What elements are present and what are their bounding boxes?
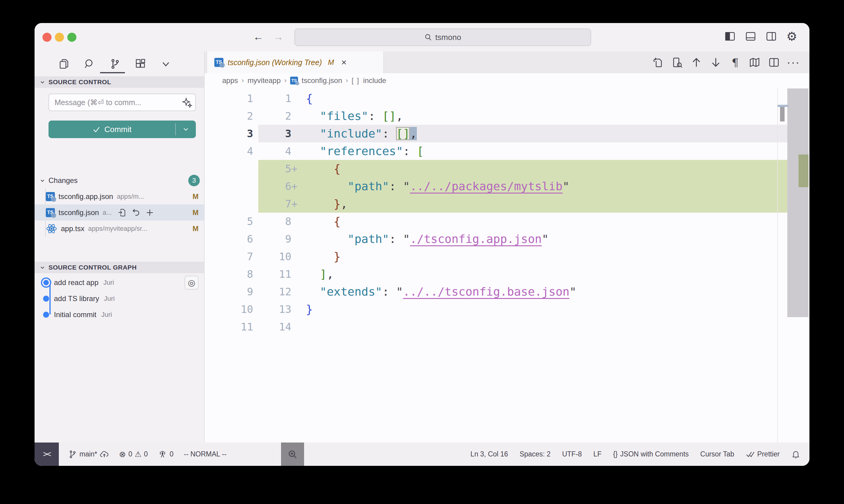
more-actions-icon[interactable]: ··· bbox=[788, 57, 799, 68]
stage-changes-icon[interactable] bbox=[145, 208, 154, 217]
code-line[interactable]: 33 "include": [], bbox=[205, 125, 809, 142]
command-center-search[interactable]: tsmono bbox=[294, 29, 591, 46]
toggle-panel-icon[interactable] bbox=[744, 30, 757, 42]
code-line[interactable]: 22 "files": [], bbox=[205, 107, 809, 125]
tab-close-icon[interactable]: × bbox=[341, 57, 347, 68]
modified-line-number: 4 bbox=[258, 142, 291, 160]
commit-row[interactable]: add react app Juri ◎ bbox=[35, 274, 204, 290]
active-view-underline bbox=[100, 72, 125, 73]
code-text: "extends": "../../tsconfig.base.json" bbox=[291, 283, 576, 301]
commit-message: add TS library bbox=[54, 294, 99, 303]
breadcrumb-apps[interactable]: apps bbox=[222, 76, 238, 85]
code-text: } bbox=[291, 248, 341, 265]
code-line[interactable]: 6+ "path": "../../packages/mytslib" bbox=[205, 178, 809, 195]
zoom-status-item[interactable] bbox=[281, 443, 304, 466]
toggle-whitespace-icon[interactable]: ¶ bbox=[729, 57, 741, 68]
open-file-icon[interactable] bbox=[117, 208, 126, 217]
change-row-tsconfig-json[interactable]: TS⚙ tsconfig.json a... bbox=[35, 204, 204, 220]
open-changes-icon[interactable] bbox=[652, 57, 663, 68]
minimize-traffic-light[interactable] bbox=[55, 33, 64, 42]
notifications-bell-icon[interactable] bbox=[791, 450, 800, 459]
code-line[interactable]: 7+ }, bbox=[205, 195, 809, 213]
change-row-tsconfig-app-json[interactable]: TS⚙ tsconfig.app.json apps/m... M bbox=[35, 188, 204, 204]
code-line[interactable]: 44 "references": [ bbox=[205, 142, 809, 160]
zoom-traffic-light[interactable] bbox=[67, 33, 76, 42]
code-line[interactable]: 811 ], bbox=[205, 265, 809, 283]
eol-item[interactable]: LF bbox=[593, 450, 601, 458]
split-editor-icon[interactable] bbox=[768, 57, 780, 68]
commit-message-input[interactable] bbox=[49, 94, 196, 111]
code-text: "references": [ bbox=[291, 142, 424, 160]
commit-message: add react app bbox=[54, 278, 99, 287]
discard-changes-icon[interactable] bbox=[131, 208, 140, 217]
breadcrumb-myviteapp[interactable]: myviteapp bbox=[247, 76, 280, 85]
language-mode-item[interactable]: {} JSON with Comments bbox=[613, 450, 689, 458]
map-icon[interactable] bbox=[749, 57, 760, 68]
settings-gear-icon[interactable]: ⚙ bbox=[786, 30, 798, 42]
back-arrow-icon[interactable]: ← bbox=[252, 31, 264, 43]
cursor-position-item[interactable]: Ln 3, Col 16 bbox=[470, 450, 508, 458]
commit-dropdown-button[interactable] bbox=[176, 125, 196, 133]
typescript-file-icon: TS⚙ bbox=[46, 192, 55, 201]
problems-status-item[interactable]: ⊗ 0 ⚠ 0 bbox=[119, 449, 148, 459]
toggle-secondary-sidebar-icon[interactable] bbox=[765, 30, 777, 42]
toggle-primary-sidebar-icon[interactable] bbox=[724, 30, 736, 42]
breadcrumb-separator: › bbox=[242, 77, 244, 85]
minimap-border bbox=[777, 88, 778, 443]
source-control-icon[interactable] bbox=[109, 58, 121, 70]
section-title: SOURCE CONTROL GRAPH bbox=[49, 264, 137, 271]
more-views-chevron-icon[interactable] bbox=[160, 58, 172, 70]
sidebar: SOURCE CONTROL Commit bbox=[35, 52, 205, 443]
previous-change-icon[interactable] bbox=[691, 57, 702, 68]
source-control-graph-section-header[interactable]: SOURCE CONTROL GRAPH bbox=[35, 262, 204, 273]
ports-status-item[interactable]: 0 bbox=[158, 450, 173, 459]
search-view-icon[interactable] bbox=[84, 58, 95, 70]
file-name: tsconfig.json bbox=[58, 209, 99, 217]
forward-arrow-icon[interactable]: → bbox=[272, 31, 285, 43]
cloud-upload-icon bbox=[100, 450, 109, 459]
breadcrumb-include[interactable]: include bbox=[363, 76, 386, 85]
explorer-icon[interactable] bbox=[58, 58, 70, 70]
commit-message: Initial commit bbox=[54, 310, 97, 319]
branch-status-item[interactable]: main* bbox=[68, 450, 109, 459]
code-line[interactable]: 5+ { bbox=[205, 160, 809, 178]
encoding-item[interactable]: UTF-8 bbox=[562, 450, 582, 458]
vim-mode-indicator[interactable]: -- NORMAL -- bbox=[184, 450, 226, 458]
error-count: 0 bbox=[128, 450, 132, 458]
code-line[interactable]: 11{ bbox=[205, 90, 809, 107]
screen: ← → tsmono ⚙ bbox=[0, 0, 844, 504]
code-line[interactable]: 69 "path": "./tsconfig.app.json" bbox=[205, 230, 809, 248]
goto-current-commit-button[interactable]: ◎ bbox=[185, 276, 199, 290]
cursor-tab-item[interactable]: Cursor Tab bbox=[700, 450, 734, 458]
commit-row[interactable]: Initial commit Juri bbox=[35, 307, 204, 323]
tab-tsconfig-json-working-tree[interactable]: TS⚙ tsconfig.json (Working Tree) M × bbox=[206, 52, 384, 73]
extensions-icon[interactable] bbox=[135, 58, 146, 70]
original-line-number bbox=[205, 195, 258, 213]
close-traffic-light[interactable] bbox=[42, 33, 52, 42]
remote-indicator[interactable]: >< bbox=[35, 443, 59, 466]
changes-header[interactable]: Changes 3 bbox=[35, 174, 204, 187]
commit-row[interactable]: add TS library Juri bbox=[35, 290, 204, 307]
breadcrumb-tsconfig-json[interactable]: tsconfig.json bbox=[302, 76, 342, 85]
code-line[interactable]: 710 } bbox=[205, 248, 809, 265]
titlebar: ← → tsmono ⚙ bbox=[35, 23, 809, 52]
commit-button[interactable]: Commit bbox=[49, 121, 196, 138]
code-line[interactable]: 1114 bbox=[205, 318, 809, 336]
tab-label: tsconfig.json (Working Tree) bbox=[228, 58, 322, 67]
code-line[interactable]: 912 "extends": "../../tsconfig.base.json… bbox=[205, 283, 809, 301]
change-row-app-tsx[interactable]: app.tsx apps/myviteapp/sr... M bbox=[35, 220, 204, 237]
source-control-section-header[interactable]: SOURCE CONTROL bbox=[35, 76, 204, 88]
minimap-text-mark bbox=[780, 107, 785, 122]
indentation-item[interactable]: Spaces: 2 bbox=[520, 450, 551, 458]
code-text: { bbox=[291, 90, 313, 107]
code-line[interactable]: 1013} bbox=[205, 301, 809, 318]
diff-editor[interactable]: 11{22 "files": [],33 "include": [],44 "r… bbox=[205, 88, 809, 443]
code-line[interactable]: 58 { bbox=[205, 213, 809, 230]
modified-line-number: 5+ bbox=[258, 160, 291, 178]
preview-icon[interactable] bbox=[671, 57, 683, 68]
formatter-item[interactable]: Prettier bbox=[746, 450, 780, 459]
copilot-sparkle-icon[interactable] bbox=[182, 97, 192, 108]
vertical-scrollbar[interactable] bbox=[787, 88, 809, 317]
next-change-icon[interactable] bbox=[710, 57, 722, 68]
typescript-file-icon: TS⚙ bbox=[46, 208, 55, 217]
